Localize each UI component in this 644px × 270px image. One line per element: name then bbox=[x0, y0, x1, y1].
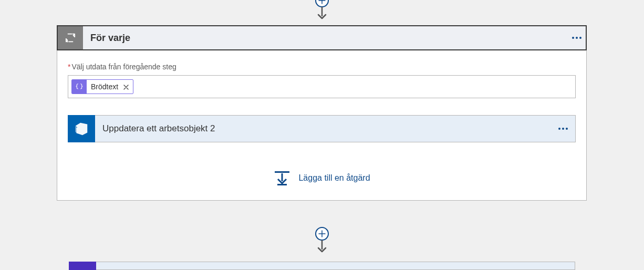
token-remove-button[interactable] bbox=[122, 82, 133, 91]
insert-step-button-bottom[interactable] bbox=[315, 227, 329, 241]
add-action-label: Lägga till en åtgärd bbox=[298, 173, 370, 183]
bottom-connector bbox=[315, 227, 329, 255]
devops-icon bbox=[68, 115, 95, 142]
svg-rect-1 bbox=[277, 184, 287, 185]
ellipsis-icon bbox=[572, 37, 581, 39]
add-action-icon bbox=[273, 170, 291, 186]
card-menu-button[interactable] bbox=[567, 30, 586, 45]
field-label: *Välj utdata från föregående steg bbox=[68, 63, 576, 71]
svg-rect-0 bbox=[275, 171, 289, 173]
braces-icon bbox=[72, 79, 87, 94]
field-label-text: Välj utdata från föregående steg bbox=[71, 63, 176, 71]
insert-step-button-top[interactable] bbox=[315, 0, 329, 7]
card-header[interactable]: För varje bbox=[57, 25, 587, 50]
output-selector-input[interactable]: Brödtext bbox=[68, 75, 576, 98]
foreach-card: För varje *Välj utdata från föregående s… bbox=[57, 25, 587, 201]
teams-icon bbox=[69, 262, 96, 270]
next-action-card[interactable] bbox=[69, 262, 575, 270]
inner-action-title: Uppdatera ett arbetsobjekt 2 bbox=[95, 123, 551, 134]
token-label: Brödtext bbox=[87, 82, 122, 91]
dynamic-content-token[interactable]: Brödtext bbox=[71, 79, 133, 94]
inner-action-menu-button[interactable] bbox=[551, 128, 575, 130]
loop-icon bbox=[58, 26, 83, 49]
card-title: För varje bbox=[83, 26, 586, 49]
arrow-down-icon bbox=[317, 7, 327, 22]
top-connector bbox=[315, 0, 329, 22]
required-asterisk: * bbox=[68, 63, 70, 71]
card-body: *Välj utdata från föregående steg Brödte… bbox=[57, 50, 586, 200]
ellipsis-icon bbox=[558, 128, 568, 130]
add-action-button[interactable]: Lägga till en åtgärd bbox=[68, 170, 576, 186]
arrow-down-icon bbox=[317, 240, 327, 255]
inner-action-card[interactable]: Uppdatera ett arbetsobjekt 2 bbox=[68, 115, 576, 142]
